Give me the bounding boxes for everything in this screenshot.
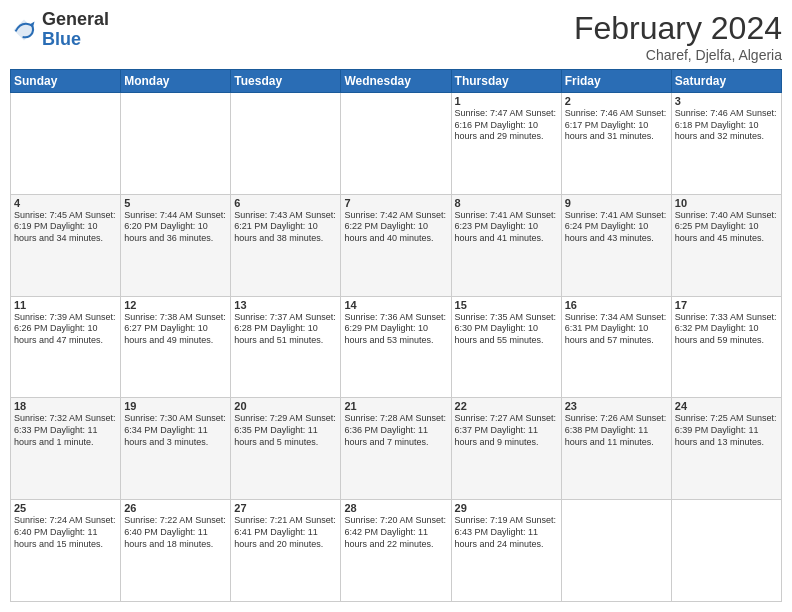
day-number-2: 2 <box>565 95 668 107</box>
day-number-26: 26 <box>124 502 227 514</box>
day-info-23: Sunrise: 7:26 AM Sunset: 6:38 PM Dayligh… <box>565 413 668 448</box>
day-cell-0-2 <box>231 93 341 195</box>
day-number-24: 24 <box>675 400 778 412</box>
day-info-28: Sunrise: 7:20 AM Sunset: 6:42 PM Dayligh… <box>344 515 447 550</box>
day-number-16: 16 <box>565 299 668 311</box>
col-monday: Monday <box>121 70 231 93</box>
day-cell-3-6: 24Sunrise: 7:25 AM Sunset: 6:39 PM Dayli… <box>671 398 781 500</box>
col-tuesday: Tuesday <box>231 70 341 93</box>
day-info-27: Sunrise: 7:21 AM Sunset: 6:41 PM Dayligh… <box>234 515 337 550</box>
day-number-25: 25 <box>14 502 117 514</box>
day-cell-4-5 <box>561 500 671 602</box>
day-number-9: 9 <box>565 197 668 209</box>
col-saturday: Saturday <box>671 70 781 93</box>
day-info-13: Sunrise: 7:37 AM Sunset: 6:28 PM Dayligh… <box>234 312 337 347</box>
week-row-2: 11Sunrise: 7:39 AM Sunset: 6:26 PM Dayli… <box>11 296 782 398</box>
day-info-25: Sunrise: 7:24 AM Sunset: 6:40 PM Dayligh… <box>14 515 117 550</box>
col-friday: Friday <box>561 70 671 93</box>
day-info-18: Sunrise: 7:32 AM Sunset: 6:33 PM Dayligh… <box>14 413 117 448</box>
day-cell-2-5: 16Sunrise: 7:34 AM Sunset: 6:31 PM Dayli… <box>561 296 671 398</box>
day-info-24: Sunrise: 7:25 AM Sunset: 6:39 PM Dayligh… <box>675 413 778 448</box>
col-thursday: Thursday <box>451 70 561 93</box>
day-number-1: 1 <box>455 95 558 107</box>
day-number-4: 4 <box>14 197 117 209</box>
week-row-0: 1Sunrise: 7:47 AM Sunset: 6:16 PM Daylig… <box>11 93 782 195</box>
day-cell-4-0: 25Sunrise: 7:24 AM Sunset: 6:40 PM Dayli… <box>11 500 121 602</box>
day-number-29: 29 <box>455 502 558 514</box>
day-number-20: 20 <box>234 400 337 412</box>
day-info-26: Sunrise: 7:22 AM Sunset: 6:40 PM Dayligh… <box>124 515 227 550</box>
day-number-14: 14 <box>344 299 447 311</box>
day-cell-4-4: 29Sunrise: 7:19 AM Sunset: 6:43 PM Dayli… <box>451 500 561 602</box>
day-info-19: Sunrise: 7:30 AM Sunset: 6:34 PM Dayligh… <box>124 413 227 448</box>
header: General Blue February 2024 Charef, Djelf… <box>10 10 782 63</box>
day-info-17: Sunrise: 7:33 AM Sunset: 6:32 PM Dayligh… <box>675 312 778 347</box>
week-row-3: 18Sunrise: 7:32 AM Sunset: 6:33 PM Dayli… <box>11 398 782 500</box>
col-wednesday: Wednesday <box>341 70 451 93</box>
col-sunday: Sunday <box>11 70 121 93</box>
day-cell-2-2: 13Sunrise: 7:37 AM Sunset: 6:28 PM Dayli… <box>231 296 341 398</box>
day-cell-0-5: 2Sunrise: 7:46 AM Sunset: 6:17 PM Daylig… <box>561 93 671 195</box>
day-number-23: 23 <box>565 400 668 412</box>
logo-general: General <box>42 10 109 30</box>
day-number-8: 8 <box>455 197 558 209</box>
week-row-4: 25Sunrise: 7:24 AM Sunset: 6:40 PM Dayli… <box>11 500 782 602</box>
day-cell-4-1: 26Sunrise: 7:22 AM Sunset: 6:40 PM Dayli… <box>121 500 231 602</box>
day-cell-3-0: 18Sunrise: 7:32 AM Sunset: 6:33 PM Dayli… <box>11 398 121 500</box>
day-cell-0-6: 3Sunrise: 7:46 AM Sunset: 6:18 PM Daylig… <box>671 93 781 195</box>
day-cell-3-1: 19Sunrise: 7:30 AM Sunset: 6:34 PM Dayli… <box>121 398 231 500</box>
day-info-9: Sunrise: 7:41 AM Sunset: 6:24 PM Dayligh… <box>565 210 668 245</box>
day-info-14: Sunrise: 7:36 AM Sunset: 6:29 PM Dayligh… <box>344 312 447 347</box>
day-info-3: Sunrise: 7:46 AM Sunset: 6:18 PM Dayligh… <box>675 108 778 143</box>
day-cell-3-4: 22Sunrise: 7:27 AM Sunset: 6:37 PM Dayli… <box>451 398 561 500</box>
day-number-3: 3 <box>675 95 778 107</box>
day-cell-2-4: 15Sunrise: 7:35 AM Sunset: 6:30 PM Dayli… <box>451 296 561 398</box>
day-info-16: Sunrise: 7:34 AM Sunset: 6:31 PM Dayligh… <box>565 312 668 347</box>
day-info-21: Sunrise: 7:28 AM Sunset: 6:36 PM Dayligh… <box>344 413 447 448</box>
day-number-7: 7 <box>344 197 447 209</box>
day-info-12: Sunrise: 7:38 AM Sunset: 6:27 PM Dayligh… <box>124 312 227 347</box>
day-number-12: 12 <box>124 299 227 311</box>
day-cell-4-6 <box>671 500 781 602</box>
logo-text: General Blue <box>42 10 109 50</box>
calendar-table: Sunday Monday Tuesday Wednesday Thursday… <box>10 69 782 602</box>
day-cell-2-6: 17Sunrise: 7:33 AM Sunset: 6:32 PM Dayli… <box>671 296 781 398</box>
day-info-11: Sunrise: 7:39 AM Sunset: 6:26 PM Dayligh… <box>14 312 117 347</box>
day-number-22: 22 <box>455 400 558 412</box>
title-month: February 2024 <box>574 10 782 47</box>
day-cell-3-5: 23Sunrise: 7:26 AM Sunset: 6:38 PM Dayli… <box>561 398 671 500</box>
title-block: February 2024 Charef, Djelfa, Algeria <box>574 10 782 63</box>
day-cell-0-4: 1Sunrise: 7:47 AM Sunset: 6:16 PM Daylig… <box>451 93 561 195</box>
day-info-6: Sunrise: 7:43 AM Sunset: 6:21 PM Dayligh… <box>234 210 337 245</box>
day-cell-1-6: 10Sunrise: 7:40 AM Sunset: 6:25 PM Dayli… <box>671 194 781 296</box>
logo-icon <box>10 16 38 44</box>
day-number-28: 28 <box>344 502 447 514</box>
day-info-5: Sunrise: 7:44 AM Sunset: 6:20 PM Dayligh… <box>124 210 227 245</box>
day-number-10: 10 <box>675 197 778 209</box>
day-number-5: 5 <box>124 197 227 209</box>
day-number-19: 19 <box>124 400 227 412</box>
day-cell-2-1: 12Sunrise: 7:38 AM Sunset: 6:27 PM Dayli… <box>121 296 231 398</box>
day-cell-4-3: 28Sunrise: 7:20 AM Sunset: 6:42 PM Dayli… <box>341 500 451 602</box>
day-cell-1-1: 5Sunrise: 7:44 AM Sunset: 6:20 PM Daylig… <box>121 194 231 296</box>
day-info-15: Sunrise: 7:35 AM Sunset: 6:30 PM Dayligh… <box>455 312 558 347</box>
day-number-6: 6 <box>234 197 337 209</box>
title-location: Charef, Djelfa, Algeria <box>574 47 782 63</box>
day-info-2: Sunrise: 7:46 AM Sunset: 6:17 PM Dayligh… <box>565 108 668 143</box>
day-info-1: Sunrise: 7:47 AM Sunset: 6:16 PM Dayligh… <box>455 108 558 143</box>
logo: General Blue <box>10 10 109 50</box>
day-number-17: 17 <box>675 299 778 311</box>
day-info-10: Sunrise: 7:40 AM Sunset: 6:25 PM Dayligh… <box>675 210 778 245</box>
day-number-11: 11 <box>14 299 117 311</box>
day-info-22: Sunrise: 7:27 AM Sunset: 6:37 PM Dayligh… <box>455 413 558 448</box>
day-number-21: 21 <box>344 400 447 412</box>
day-cell-3-2: 20Sunrise: 7:29 AM Sunset: 6:35 PM Dayli… <box>231 398 341 500</box>
calendar-header-row: Sunday Monday Tuesday Wednesday Thursday… <box>11 70 782 93</box>
day-cell-0-3 <box>341 93 451 195</box>
week-row-1: 4Sunrise: 7:45 AM Sunset: 6:19 PM Daylig… <box>11 194 782 296</box>
day-cell-1-3: 7Sunrise: 7:42 AM Sunset: 6:22 PM Daylig… <box>341 194 451 296</box>
day-info-29: Sunrise: 7:19 AM Sunset: 6:43 PM Dayligh… <box>455 515 558 550</box>
day-info-20: Sunrise: 7:29 AM Sunset: 6:35 PM Dayligh… <box>234 413 337 448</box>
day-cell-2-3: 14Sunrise: 7:36 AM Sunset: 6:29 PM Dayli… <box>341 296 451 398</box>
day-number-15: 15 <box>455 299 558 311</box>
